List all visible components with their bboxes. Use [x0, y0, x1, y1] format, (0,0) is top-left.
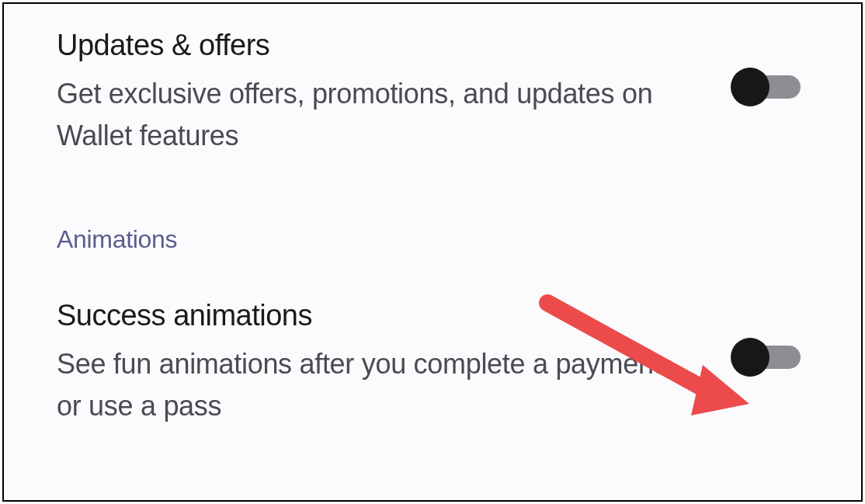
setting-title-updates-offers: Updates & offers [57, 29, 662, 62]
settings-panel: Updates & offers Get exclusive offers, p… [2, 2, 863, 502]
setting-description-updates-offers: Get exclusive offers, promotions, and up… [57, 73, 662, 157]
setting-description-success-animations: See fun animations after you complete a … [57, 343, 662, 427]
setting-text-block: Success animations See fun animations af… [57, 299, 662, 427]
toggle-success-animations[interactable] [731, 338, 801, 377]
toggle-thumb [731, 338, 769, 377]
setting-row-success-animations: Success animations See fun animations af… [57, 299, 808, 427]
section-header-animations: Animations [57, 225, 808, 254]
toggle-updates-offers[interactable] [731, 68, 801, 106]
toggle-thumb [731, 68, 769, 106]
setting-text-block: Updates & offers Get exclusive offers, p… [57, 29, 662, 157]
setting-title-success-animations: Success animations [57, 299, 662, 332]
setting-row-updates-offers: Updates & offers Get exclusive offers, p… [57, 29, 808, 157]
